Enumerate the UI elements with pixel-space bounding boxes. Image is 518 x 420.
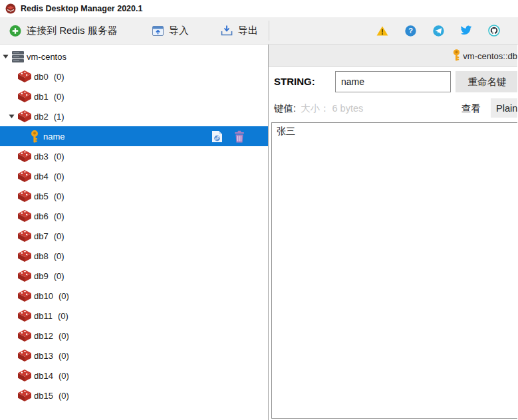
tree-row-db5[interactable]: db5(0) bbox=[0, 186, 268, 206]
tree-row-db3[interactable]: db3(0) bbox=[0, 146, 268, 166]
tree-row-label: db7 bbox=[34, 231, 49, 241]
redis-db-icon bbox=[17, 369, 32, 382]
redis-db-icon bbox=[17, 389, 32, 402]
tree-row-label: db6 bbox=[34, 211, 49, 221]
tree-row-db8[interactable]: db8(0) bbox=[0, 246, 268, 266]
tree-row-label: db1 bbox=[34, 92, 49, 102]
export-button[interactable]: 导出 bbox=[221, 17, 258, 44]
view-label: 查看 bbox=[461, 102, 481, 115]
key-count-badge: (0) bbox=[54, 72, 65, 82]
tree-row-db0[interactable]: db0(0) bbox=[0, 66, 268, 86]
help-icon[interactable]: ? bbox=[404, 25, 416, 37]
tree-row-label: db12 bbox=[34, 331, 53, 341]
toolbar-separator bbox=[269, 21, 269, 41]
key-count-badge: (0) bbox=[59, 331, 69, 341]
tree-row-label: db15 bbox=[34, 391, 53, 401]
key-count-badge: (0) bbox=[54, 152, 65, 161]
key-count-badge: (0) bbox=[54, 251, 65, 261]
tree-row-db6[interactable]: db6(0) bbox=[0, 206, 268, 226]
expand-arrow-icon[interactable] bbox=[3, 54, 9, 59]
redis-app-icon bbox=[5, 3, 16, 14]
plus-circle-icon bbox=[9, 25, 21, 37]
connections-tree: vm-centosdb0(0)db1(0)db2(1)namedb3(0)db4… bbox=[0, 45, 268, 405]
tree-row-db7[interactable]: db7(0) bbox=[0, 226, 268, 246]
value-size-label: 大小： 6 bytes bbox=[301, 102, 363, 115]
svg-text:?: ? bbox=[408, 27, 413, 35]
key-count-badge: (0) bbox=[54, 92, 65, 102]
tree-row-label: db10 bbox=[34, 291, 53, 301]
tree-row-label: db4 bbox=[34, 171, 49, 181]
tree-row-db1[interactable]: db1(0) bbox=[0, 86, 268, 106]
twitter-icon[interactable] bbox=[460, 25, 472, 37]
redis-db-icon bbox=[17, 229, 32, 243]
key-type-label: STRING: bbox=[274, 76, 315, 87]
rename-key-button[interactable]: 重命名键 bbox=[455, 71, 517, 92]
tree-row-label: vm-centos bbox=[27, 52, 66, 62]
key-count-badge: (0) bbox=[58, 311, 68, 321]
title-bar: Redis Desktop Manager 2020.1 bbox=[0, 0, 518, 17]
key-count-badge: (0) bbox=[54, 231, 65, 241]
tree-row-label: db8 bbox=[34, 251, 49, 261]
key-count-badge: (0) bbox=[54, 211, 65, 221]
tree-row-label: db14 bbox=[34, 371, 53, 381]
import-button[interactable]: 导入 bbox=[152, 17, 189, 44]
window-title: Redis Desktop Manager 2020.1 bbox=[21, 4, 142, 13]
redis-db-icon bbox=[17, 110, 32, 123]
key-count-badge: (0) bbox=[59, 351, 69, 361]
string-editor: STRING: 重命名键 键值: 大小： 6 bytes 查看 Plain 张三 bbox=[269, 68, 517, 420]
warning-icon[interactable] bbox=[376, 25, 388, 37]
key-icon bbox=[30, 130, 39, 143]
tree-row-label: db3 bbox=[34, 152, 49, 161]
tab-title: vm-centos::db bbox=[463, 51, 517, 61]
tree-row-db2[interactable]: db2(1) bbox=[0, 106, 268, 126]
server-icon bbox=[11, 51, 25, 62]
key-count-badge: (0) bbox=[54, 191, 65, 201]
telegram-icon[interactable] bbox=[432, 25, 444, 37]
redis-db-icon bbox=[17, 269, 32, 282]
tree-row-db12[interactable]: db12(0) bbox=[0, 326, 268, 346]
tree-row-label: db0 bbox=[34, 72, 49, 82]
key-count-badge: (0) bbox=[59, 291, 69, 301]
tree-row-db9[interactable]: db9(0) bbox=[0, 266, 268, 286]
toolbar: 连接到 Redis 服务器 导入 导出 ? bbox=[0, 17, 518, 45]
tab-key[interactable]: vm-centos::db bbox=[452, 45, 517, 67]
key-count-badge: (0) bbox=[59, 371, 69, 381]
redis-db-icon bbox=[17, 150, 32, 163]
delete-key-icon[interactable] bbox=[234, 130, 245, 143]
export-icon bbox=[221, 25, 233, 37]
tree-row-db11[interactable]: db11(0) bbox=[0, 306, 268, 326]
expand-arrow-icon[interactable] bbox=[9, 114, 15, 119]
tree-row-key[interactable]: name bbox=[0, 126, 268, 146]
github-icon[interactable] bbox=[488, 25, 500, 37]
key-count-badge: (0) bbox=[54, 171, 65, 181]
redis-db-icon bbox=[17, 329, 32, 342]
redis-db-icon bbox=[17, 209, 32, 223]
key-count-badge: (1) bbox=[54, 112, 65, 122]
tab-strip: vm-centos::db bbox=[269, 45, 517, 67]
tree-row-label: db2 bbox=[34, 112, 49, 122]
tree-row-label: db9 bbox=[34, 271, 49, 281]
key-value-textarea[interactable]: 张三 bbox=[271, 122, 517, 419]
format-select[interactable]: Plain bbox=[491, 98, 517, 118]
tree-row-vm-centos[interactable]: vm-centos bbox=[0, 47, 268, 66]
tree-row-db15[interactable]: db15(0) bbox=[0, 385, 268, 405]
redis-db-icon bbox=[17, 249, 32, 262]
import-label: 导入 bbox=[169, 25, 189, 37]
key-count-badge: (0) bbox=[59, 391, 69, 401]
tree-row-label: db11 bbox=[34, 311, 53, 321]
duplicate-key-icon[interactable] bbox=[211, 130, 223, 143]
tree-row-db10[interactable]: db10(0) bbox=[0, 286, 268, 306]
redis-db-icon bbox=[17, 289, 32, 302]
tree-row-db4[interactable]: db4(0) bbox=[0, 166, 268, 186]
redis-db-icon bbox=[17, 169, 32, 183]
tree-row-db13[interactable]: db13(0) bbox=[0, 346, 268, 366]
connections-tree-panel: vm-centosdb0(0)db1(0)db2(1)namedb3(0)db4… bbox=[0, 45, 269, 420]
connect-server-button[interactable]: 连接到 Redis 服务器 bbox=[9, 17, 118, 44]
tree-row-db14[interactable]: db14(0) bbox=[0, 366, 268, 385]
redis-db-icon bbox=[17, 70, 32, 83]
tree-row-label: db13 bbox=[34, 351, 53, 361]
key-name-input[interactable] bbox=[335, 71, 451, 92]
redis-db-icon bbox=[17, 189, 32, 203]
redis-db-icon bbox=[17, 309, 32, 322]
key-editor-panel: vm-centos::db STRING: 重命名键 键值: 大小： 6 byt… bbox=[269, 45, 517, 420]
